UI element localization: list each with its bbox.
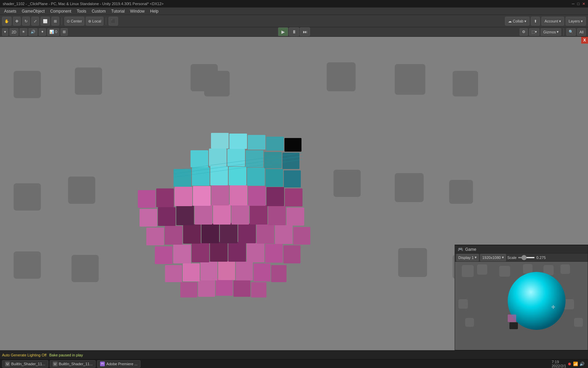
menu-help[interactable]: Help xyxy=(147,8,161,14)
pivot-btn[interactable]: ⊙ Center xyxy=(64,17,84,26)
menu-tutorial[interactable]: Tutorial xyxy=(109,8,128,14)
grid-sq xyxy=(75,67,102,95)
svg-rect-25 xyxy=(238,224,256,243)
taskbar-unity-1[interactable]: U BuiltIn_Shader_11... xyxy=(2,360,48,368)
svg-rect-37 xyxy=(287,208,304,226)
grid-sq xyxy=(333,170,361,197)
collab-btn[interactable]: ☁ Collab ▾ xyxy=(505,17,529,26)
premiere-icon: Pr xyxy=(100,362,105,366)
svg-rect-27 xyxy=(275,225,293,244)
svg-rect-44 xyxy=(248,186,266,206)
scale-slider[interactable] xyxy=(518,257,535,258)
all-btn[interactable]: All xyxy=(577,28,586,36)
separator-1 xyxy=(62,17,62,25)
svg-rect-18 xyxy=(265,244,283,263)
main-3d-object xyxy=(105,85,316,309)
collab-chevron-icon: ▾ xyxy=(524,19,526,24)
title-text: shader_1102 - _ClickPlane - PC, Mac & Li… xyxy=(3,2,164,6)
light-btn[interactable]: ☀ xyxy=(20,28,27,36)
grid-sq xyxy=(449,180,473,204)
svg-rect-36 xyxy=(268,206,286,225)
record-icon: ⏺ xyxy=(568,362,572,366)
game-grid-sq xyxy=(465,318,474,327)
space-icon: ⊛ xyxy=(88,19,91,24)
svg-rect-2 xyxy=(216,279,233,296)
move-tool-btn[interactable]: ✥ xyxy=(13,17,21,26)
svg-rect-26 xyxy=(257,224,274,244)
account-btn[interactable]: Account ▾ xyxy=(541,17,564,26)
game-cursor: ✛ xyxy=(551,304,555,310)
pivot-icon: ⊙ xyxy=(67,19,70,24)
svg-rect-13 xyxy=(173,245,191,263)
grid-btn[interactable]: ⊞ xyxy=(61,28,68,36)
scene-canvas[interactable]: X 🎮 Game Display 1 ▾ 1920x1080 ▾ Scale xyxy=(0,37,588,350)
menu-custom[interactable]: Custom xyxy=(89,8,108,14)
grid-sq xyxy=(453,71,478,96)
search-icon-btn[interactable]: 🔍 xyxy=(566,28,576,36)
game-panel-toolbar: Display 1 ▾ 1920x1080 ▾ Scale 0.275 xyxy=(455,254,588,262)
grid-sq xyxy=(71,255,99,282)
menu-window[interactable]: Window xyxy=(127,8,147,14)
display-btn[interactable]: Display 1 ▾ xyxy=(456,254,479,261)
play-controls: ▶ ⏸ ⏭ xyxy=(278,27,310,36)
maximize-btn[interactable]: □ xyxy=(577,2,579,6)
minimize-btn[interactable]: ─ xyxy=(572,2,575,6)
space-btn[interactable]: ⊛ Local xyxy=(86,17,103,26)
close-x-btn[interactable]: X xyxy=(581,37,588,44)
2d-btn[interactable]: 2D xyxy=(10,28,18,36)
game-panel-header: 🎮 Game xyxy=(455,245,588,254)
svg-rect-45 xyxy=(266,187,284,206)
svg-rect-31 xyxy=(176,206,194,225)
scene-view-menu-btn[interactable]: ▾ xyxy=(2,28,8,36)
svg-rect-3 xyxy=(233,280,250,297)
svg-rect-40 xyxy=(175,187,192,206)
stats-btn[interactable]: 📊 0 xyxy=(47,28,59,36)
taskbar-unity-2[interactable]: U BuiltIn_Shader_11... xyxy=(50,360,96,368)
close-btn[interactable]: ✕ xyxy=(582,2,585,6)
scene-view-mode-btn[interactable]: ⬚▾ xyxy=(529,28,539,36)
svg-rect-49 xyxy=(210,166,228,185)
title-bar: shader_1102 - _ClickPlane - PC, Mac & Li… xyxy=(0,0,588,7)
grid-sq xyxy=(14,71,41,98)
gizmos-btn[interactable]: Gizmos ▾ xyxy=(541,28,561,36)
fx-btn[interactable]: ✦ xyxy=(39,28,46,36)
cloud-upload-btn[interactable]: ⬆ xyxy=(531,17,540,26)
rotate-tool-btn[interactable]: ↻ xyxy=(22,17,30,26)
svg-rect-64 xyxy=(284,138,301,152)
svg-rect-34 xyxy=(231,205,249,225)
resolution-btn[interactable]: 1920x1080 ▾ xyxy=(480,254,506,261)
pause-btn[interactable]: ⏸ xyxy=(289,27,299,36)
main-viewport: X 🎮 Game Display 1 ▾ 1920x1080 ▾ Scale xyxy=(0,37,588,350)
status-bar: Auto Generate Lighting Off Bake paused i… xyxy=(0,350,588,359)
menu-tools[interactable]: Tools xyxy=(74,8,89,14)
menu-component[interactable]: Component xyxy=(47,8,74,14)
snap-btn[interactable]: ⬛ xyxy=(109,17,118,26)
svg-rect-60 xyxy=(211,133,229,149)
play-btn[interactable]: ▶ xyxy=(278,27,288,36)
game-grid-sq xyxy=(462,265,474,277)
game-panel-content[interactable]: ✛ xyxy=(455,262,588,350)
grid-sq xyxy=(395,64,425,95)
taskbar-time: 7:19 2022/2/1 xyxy=(552,360,566,368)
svg-rect-20 xyxy=(146,228,164,245)
scene-settings-btn[interactable]: ⚙ xyxy=(520,28,528,36)
taskbar-premiere[interactable]: Pr Adobe Premiere ... xyxy=(97,360,141,368)
layers-btn[interactable]: Layers ▾ xyxy=(566,17,586,26)
account-chevron-icon: ▾ xyxy=(559,19,561,24)
audio-btn[interactable]: 🔊 xyxy=(29,28,37,36)
layers-chevron-icon: ▾ xyxy=(581,19,583,24)
transform-tool-btn[interactable]: ⊞ xyxy=(51,17,59,26)
scale-area: Scale 0.275 xyxy=(507,256,546,260)
step-btn[interactable]: ⏭ xyxy=(300,27,310,36)
lighting-status: Auto Generate Lighting Off xyxy=(2,353,47,357)
svg-rect-57 xyxy=(246,150,263,167)
scale-tool-btn[interactable]: ⤢ xyxy=(31,17,39,26)
menu-gameobject[interactable]: GameObject xyxy=(19,8,47,14)
svg-rect-56 xyxy=(227,149,245,166)
svg-rect-35 xyxy=(250,205,267,225)
menu-assets[interactable]: Assets xyxy=(1,8,19,14)
game-grid-sq xyxy=(458,299,468,309)
hand-tool-btn[interactable]: ✋ xyxy=(2,17,12,26)
game-cyan-sphere xyxy=(506,270,567,332)
rect-tool-btn[interactable]: ⬜ xyxy=(40,17,50,26)
